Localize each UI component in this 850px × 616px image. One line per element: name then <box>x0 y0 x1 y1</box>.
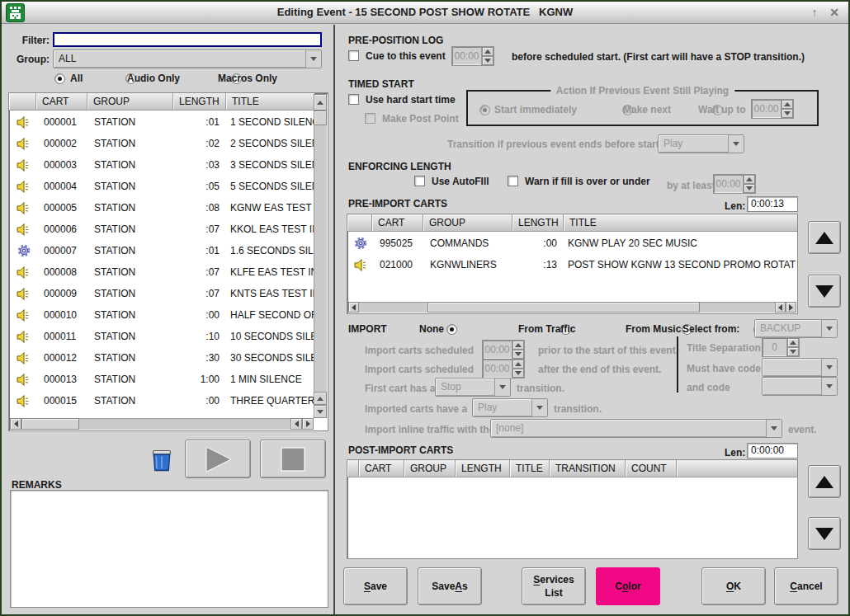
chevron-down-icon[interactable] <box>821 320 837 337</box>
spin-up-icon[interactable] <box>512 360 524 369</box>
header-title[interactable]: TITLE <box>564 214 797 231</box>
chevron-down-icon[interactable] <box>531 399 547 416</box>
cart-table-header[interactable]: CART GROUP LENGTH TITLE <box>9 93 314 111</box>
cart-row[interactable]: 000002 STATION :02 2 SECONDS SILENCE <box>10 133 314 154</box>
post-import-list[interactable] <box>348 478 796 557</box>
hscroll-thumb[interactable] <box>21 418 79 430</box>
radio-all[interactable] <box>54 73 65 84</box>
spin-up-icon[interactable] <box>787 338 799 347</box>
sched2-arrows[interactable] <box>512 360 524 378</box>
scroll-down-icon[interactable] <box>314 405 327 418</box>
post-import-len-value[interactable]: 0:00:00 <box>747 443 798 458</box>
sched2-spinbox[interactable]: 00:00 <box>482 359 525 379</box>
header-icon-col[interactable] <box>9 93 36 110</box>
services-list-button[interactable]: Services List <box>522 567 586 605</box>
chevron-down-icon[interactable] <box>494 379 510 396</box>
cue-time-spinbox[interactable]: 00:00 <box>451 46 494 66</box>
chevron-down-icon[interactable] <box>305 50 321 68</box>
header-cart[interactable]: CART <box>359 460 404 477</box>
post-import-move-down-button[interactable] <box>808 517 841 550</box>
header-cart[interactable]: CART <box>36 93 87 110</box>
chevron-down-icon[interactable] <box>728 135 744 153</box>
shade-window-icon[interactable]: ↑ <box>805 3 824 21</box>
scroll-up-icon[interactable] <box>314 392 327 405</box>
save-button[interactable]: Save <box>343 567 408 605</box>
post-import-header[interactable]: CART GROUP LENGTH TITLE TRANSITION COUNT <box>347 460 797 477</box>
header-group[interactable]: GROUP <box>404 460 456 477</box>
pre-import-row[interactable]: 021000 KGNWLINERS :13 POST SHOW KGNW 13 … <box>348 254 796 275</box>
ok-button[interactable]: OK <box>701 567 766 605</box>
cart-row[interactable]: 000011 STATION :10 10 SECONDS SILE <box>10 326 314 347</box>
title-separation-arrows[interactable] <box>786 338 799 356</box>
cart-row[interactable]: 000012 STATION :30 30 SECONDS SILE <box>10 347 314 369</box>
sched1-arrows[interactable] <box>512 341 524 359</box>
cart-row[interactable]: 000007 STATION :01 1.6 SECONDS SIL <box>10 240 314 261</box>
pre-import-list[interactable]: 995025 COMMANDS :00 KGNW PLAY 20 SEC MUS… <box>348 233 796 302</box>
header-title[interactable]: TITLE <box>510 460 550 477</box>
header-group[interactable]: GROUP <box>87 93 173 110</box>
cart-row[interactable]: 000005 STATION :08 KGNW EAS TEST <box>10 197 314 219</box>
radio-start-immediately[interactable] <box>479 105 490 115</box>
imported-transition-combo[interactable]: Play <box>472 398 548 417</box>
use-hard-start-checkbox[interactable] <box>348 94 359 105</box>
spin-down-icon[interactable] <box>787 347 799 356</box>
save-as-button[interactable]: Save As <box>418 567 482 605</box>
header-count[interactable]: COUNT <box>626 460 677 477</box>
header-transition[interactable]: TRANSITION <box>550 460 626 477</box>
spin-up-icon[interactable] <box>744 175 755 184</box>
sched1-spinbox[interactable]: 00:00 <box>482 340 525 360</box>
must-have-code-combo[interactable] <box>762 358 838 377</box>
scroll-right-icon[interactable] <box>302 418 314 430</box>
close-window-icon[interactable]: ✕ <box>825 3 843 21</box>
scroll-left-icon[interactable] <box>290 418 302 430</box>
title-separation-spinbox[interactable]: 0 <box>762 337 800 357</box>
vscroll-thumb[interactable] <box>314 111 327 125</box>
by-time-spinbox[interactable]: 00:00 <box>713 174 756 194</box>
pre-import-len-value[interactable]: 0:00:13 <box>747 196 798 212</box>
cancel-button[interactable]: Cancel <box>774 567 838 605</box>
wait-time-arrows[interactable] <box>781 100 793 118</box>
spin-down-icon[interactable] <box>482 56 493 65</box>
spin-down-icon[interactable] <box>744 184 755 193</box>
post-import-move-up-button[interactable] <box>808 465 841 498</box>
filter-input[interactable] <box>53 32 322 47</box>
cart-row[interactable]: 000010 STATION :00 HALF SECOND OF <box>10 304 314 326</box>
spin-up-icon[interactable] <box>782 100 793 109</box>
play-button[interactable] <box>185 440 251 478</box>
header-length[interactable]: LENGTH <box>173 93 226 110</box>
pre-import-move-down-button[interactable] <box>808 275 841 308</box>
cue-time-arrows[interactable] <box>481 47 493 65</box>
cart-row[interactable]: 000009 STATION :07 KNTS EAS TEST IN <box>10 283 314 304</box>
spin-down-icon[interactable] <box>782 109 793 118</box>
pre-import-move-up-button[interactable] <box>808 221 841 254</box>
remarks-input[interactable] <box>10 490 328 608</box>
cart-table-vscrollbar[interactable] <box>314 94 327 418</box>
and-code-combo[interactable] <box>762 377 838 396</box>
cart-row[interactable]: 000008 STATION :07 KLFE EAS TEST IN <box>10 261 314 283</box>
stop-button[interactable] <box>260 440 326 478</box>
title-bar[interactable]: Editing Event - 15 SECOND POST SHOW ROTA… <box>2 2 848 24</box>
spin-up-icon[interactable] <box>482 47 493 56</box>
warn-fill-checkbox[interactable] <box>508 176 518 186</box>
hscroll-thumb[interactable] <box>427 302 700 313</box>
header-title[interactable]: TITLE <box>226 93 314 110</box>
cart-table-hscrollbar[interactable] <box>10 418 314 430</box>
cart-row[interactable]: 000004 STATION :05 5 SECONDS SILENCE <box>10 176 314 197</box>
header-length[interactable]: LENGTH <box>456 460 510 477</box>
header-icon-col[interactable] <box>347 214 372 231</box>
cart-row[interactable]: 000006 STATION :07 KKOL EAS TEST IN <box>10 219 314 240</box>
cue-to-event-checkbox[interactable] <box>348 50 359 61</box>
color-button[interactable]: Color <box>596 567 660 605</box>
chevron-down-icon[interactable] <box>766 420 782 437</box>
pre-import-hscrollbar[interactable] <box>348 302 796 313</box>
scroll-left-icon[interactable] <box>10 418 21 430</box>
chevron-down-icon[interactable] <box>821 359 837 376</box>
header-icon-col[interactable] <box>347 460 359 477</box>
cart-row[interactable]: 000001 STATION :01 1 SECOND SILENCE <box>10 111 314 133</box>
header-cart[interactable]: CART <box>372 214 423 231</box>
scroll-right-icon[interactable] <box>786 302 796 313</box>
pre-import-header[interactable]: CART GROUP LENGTH TITLE <box>347 214 797 232</box>
inline-traffic-combo[interactable]: [none] <box>490 419 782 438</box>
scroll-left-icon[interactable] <box>348 302 359 313</box>
group-combo[interactable]: ALL <box>53 49 322 68</box>
